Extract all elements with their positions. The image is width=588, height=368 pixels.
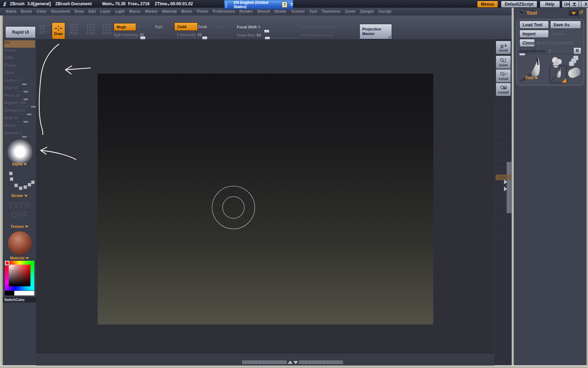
h-scrollbar-left[interactable]: [242, 360, 287, 364]
help-button[interactable]: Help: [540, 1, 560, 8]
brush-item-elastic[interactable]: Elastic: [4, 63, 35, 70]
import-button[interactable]: Import: [519, 30, 549, 38]
move3d-button[interactable]: Move: [496, 130, 511, 143]
lasso-button[interactable]: Lasso: [496, 230, 510, 243]
r-button[interactable]: R: [573, 47, 581, 54]
menu-color[interactable]: Color: [36, 9, 47, 14]
brush-item-clay[interactable]: Clay 10: [4, 86, 35, 93]
local-button[interactable]: Local: [496, 103, 511, 116]
tool-selector[interactable]: Tool: [525, 75, 538, 80]
load-tool-button[interactable]: Load Tool: [519, 21, 549, 29]
mini-slider-handle[interactable]: [23, 98, 28, 101]
language-help-button[interactable]: ?: [282, 2, 287, 8]
language-options-icon[interactable]: ▬▼: [290, 2, 293, 7]
menu-transform[interactable]: Transform: [322, 9, 341, 14]
draw-size-slider[interactable]: [265, 38, 301, 39]
scroll-down-arrow-icon[interactable]: [293, 361, 298, 364]
brush-item-tweak[interactable]: Tweak: [4, 48, 35, 55]
color-picker-sv-square[interactable]: [9, 265, 30, 286]
mini-slider-handle[interactable]: [31, 105, 36, 108]
texture-thumbnail[interactable]: TXTR OFF: [3, 201, 36, 219]
alpha-thumbnail[interactable]: [7, 139, 33, 165]
color-picker-hue-ring[interactable]: [5, 261, 34, 291]
brush-item-pinch[interactable]: Pinch 10: [4, 93, 35, 101]
menu-draw[interactable]: Draw: [75, 9, 84, 14]
lsym-button[interactable]: LSym: [496, 116, 511, 129]
menu-alpha[interactable]: Alpha: [6, 9, 16, 14]
selected-tool-thumbnail[interactable]: [550, 66, 567, 83]
actual-button[interactable]: x1 Actual: [496, 69, 511, 83]
brush-item-smooth[interactable]: Smooth 0: [4, 131, 35, 138]
rotate-button[interactable]: R Rotate: [100, 24, 113, 35]
spivot-button[interactable]: SPivot: [496, 182, 510, 189]
frame-button[interactable]: Frame: [496, 198, 511, 212]
mini-slider-handle[interactable]: [22, 136, 27, 138]
rgb-intensity-slider[interactable]: [114, 38, 165, 38]
gyro-button[interactable]: Gyro: [496, 175, 510, 180]
default-zscript-button[interactable]: DefaultZScript: [501, 1, 537, 8]
menu-layer[interactable]: Layer: [100, 9, 111, 14]
menu-stencil[interactable]: Stencil: [257, 9, 270, 14]
mini-slider-handle[interactable]: [27, 113, 32, 116]
language-bar[interactable]: EN English (United States) ? ▬▼: [224, 0, 293, 9]
brush-item-blob[interactable]: Blob 10: [4, 116, 35, 123]
menu-texture[interactable]: Texture: [291, 9, 304, 14]
brush-item-magnify[interactable]: Magnify 100: [4, 101, 35, 108]
projection-master-button[interactable]: Projection Master: [359, 24, 392, 39]
zoom-button[interactable]: Zoom: [496, 55, 511, 69]
menu-material[interactable]: Material: [162, 9, 177, 14]
focal-shift-slider-handle[interactable]: [264, 29, 270, 33]
switch-color-button[interactable]: SwitchColor: [3, 297, 36, 302]
brush-item-std[interactable]: Std: [4, 40, 35, 48]
brush-item-zproject[interactable]: ZProject 50: [4, 108, 35, 116]
canvas-area[interactable]: [36, 39, 494, 365]
alpha-selector[interactable]: Alpha: [3, 162, 36, 166]
layer-stack-thumbnail[interactable]: [568, 55, 580, 69]
m-button[interactable]: M: [136, 25, 140, 29]
menu-macro[interactable]: Macro: [129, 9, 140, 14]
menu-zplugin[interactable]: Zplugin: [360, 9, 374, 14]
export-button[interactable]: Export: [552, 30, 565, 38]
brush-item-morph[interactable]: Morph: [4, 123, 35, 131]
material-selector[interactable]: Material: [3, 256, 36, 260]
draw-button[interactable]: Draw: [52, 22, 65, 39]
menu-picker[interactable]: Picker: [197, 9, 208, 14]
mrgb-button[interactable]: Mrgb: [114, 23, 136, 31]
menu-zscript[interactable]: Zscript: [378, 9, 391, 14]
edit-button[interactable]: Edit: [36, 24, 50, 34]
clone-button[interactable]: Clone: [519, 39, 535, 47]
move-button[interactable]: M Move: [67, 24, 80, 35]
menu-preferences[interactable]: Preferences: [213, 9, 235, 14]
scroll-up-arrow-icon[interactable]: [288, 361, 293, 364]
scale3d-button[interactable]: Scale: [496, 146, 511, 158]
primary-color-swatch[interactable]: [14, 291, 34, 295]
panel-cycle-icon[interactable]: ↺: [579, 9, 583, 15]
menu-stroke[interactable]: Stroke: [274, 9, 286, 14]
zsub-button[interactable]: Zsub: [198, 25, 207, 29]
secondary-color-swatch[interactable]: [5, 291, 14, 295]
menu-render[interactable]: Render: [239, 9, 253, 14]
menu-zoom[interactable]: Zoom: [345, 9, 355, 14]
scale-button[interactable]: S Scale: [84, 24, 97, 35]
panel-collapse-button[interactable]: [569, 11, 578, 16]
material-thumbnail[interactable]: [8, 231, 32, 255]
menu-edit[interactable]: Edit: [89, 9, 96, 14]
texture-selector[interactable]: Texture: [3, 224, 36, 229]
brush-item-layer[interactable]: Layer: [4, 70, 35, 78]
mini-slider-handle[interactable]: [23, 90, 28, 93]
cpivot-button[interactable]: CPivot: [496, 189, 510, 196]
save-as-button[interactable]: Save As: [550, 21, 581, 29]
zadd-button[interactable]: Zadd: [174, 22, 198, 31]
minimize-button[interactable]: [569, 1, 579, 8]
menu-tool[interactable]: Tool: [309, 9, 317, 14]
zcut-button[interactable]: Zcut: [216, 25, 224, 29]
focal-shift-slider[interactable]: [249, 31, 301, 32]
trans-button[interactable]: Trans: [496, 216, 510, 227]
menu-marker[interactable]: Marker: [145, 9, 158, 14]
mini-slider-handle[interactable]: [23, 121, 28, 123]
color-picker-marker[interactable]: [11, 266, 14, 269]
brush-item-inflat[interactable]: Inflat: [4, 55, 35, 63]
grip-handle-icon[interactable]: [225, 2, 227, 7]
close-button[interactable]: X: [581, 1, 588, 8]
menu-light[interactable]: Light: [115, 9, 125, 14]
